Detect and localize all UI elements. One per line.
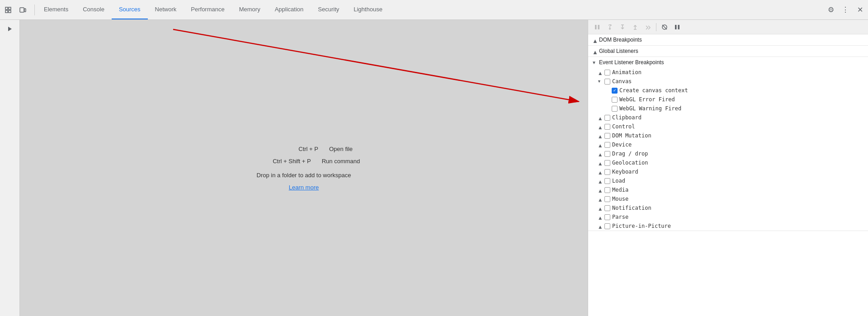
media-chevron: ▶ [598,187,602,193]
device-checkbox[interactable] [604,142,610,148]
settings-button[interactable]: ⚙ [825,4,837,16]
webgl-warning-item[interactable]: WebGL Warning Fired [588,104,868,113]
webgl-error-item[interactable]: WebGL Error Fired [588,95,868,104]
event-listener-breakpoints-header[interactable]: ▼ Event Listener Breakpoints [588,57,868,68]
toolbar-divider [656,23,656,31]
tab-elements[interactable]: Elements [37,0,75,19]
device-item[interactable]: ▶ Device [588,140,868,149]
notification-item[interactable]: ▶ Notification [588,203,868,212]
canvas-label: Canvas [612,78,632,85]
inspect-element-button[interactable] [2,4,14,16]
dom-mutation-item[interactable]: ▶ DOM Mutation [588,131,868,140]
deactivate-breakpoints-button[interactable] [659,22,670,33]
clipboard-checkbox[interactable] [604,115,610,121]
keyboard-label: Keyboard [612,169,638,175]
webgl-warning-checkbox[interactable] [612,106,618,112]
pause-on-exceptions-button[interactable] [672,22,683,33]
step-over-button[interactable] [604,22,615,33]
geolocation-item[interactable]: ▶ Geolocation [588,158,868,167]
dom-breakpoints-header[interactable]: ▶ DOM Breakpoints [588,34,868,45]
parse-item[interactable]: ▶ Parse [588,212,868,222]
svg-rect-19 [678,25,680,29]
webgl-error-checkbox[interactable] [612,97,618,103]
create-canvas-context-checkbox[interactable] [612,88,618,94]
device-label: Device [612,141,632,148]
load-chevron: ▶ [598,178,602,184]
svg-rect-0 [5,7,8,9]
media-item[interactable]: ▶ Media [588,185,868,194]
svg-rect-2 [5,10,8,13]
divider [34,5,35,15]
svg-rect-4 [20,8,24,12]
event-listener-chevron: ▼ [592,60,597,65]
global-listeners-header[interactable]: ▶ Global Listeners [588,46,868,57]
parse-checkbox[interactable] [604,214,610,220]
create-canvas-context-item[interactable]: Create canvas context [588,86,868,95]
media-checkbox[interactable] [604,187,610,193]
debugger-toolbar [588,20,868,34]
svg-line-8 [173,29,579,101]
pip-chevron: ▶ [598,223,602,229]
tab-sources[interactable]: Sources [112,0,148,19]
dom-mutation-chevron: ▶ [598,133,602,138]
geolocation-chevron: ▶ [598,160,602,165]
left-panel [0,20,20,316]
parse-chevron: ▶ [598,214,602,220]
shortcut-desc-2: Run command [322,158,360,165]
toggle-sidebar-button[interactable] [3,22,17,36]
event-listener-breakpoints-title: Event Listener Breakpoints [599,59,664,66]
drag-drop-item[interactable]: ▶ Drag / drop [588,149,868,158]
webgl-error-label: WebGL Error Fired [619,96,675,103]
keyboard-checkbox[interactable] [604,169,610,175]
control-label: Control [612,123,635,130]
notification-checkbox[interactable] [604,205,610,211]
canvas-checkbox[interactable] [604,79,610,85]
keyboard-item[interactable]: ▶ Keyboard [588,167,868,176]
tab-performance[interactable]: Performance [184,0,231,19]
control-item[interactable]: ▶ Control [588,122,868,131]
tab-lighthouse[interactable]: Lighthouse [346,0,390,19]
tab-security[interactable]: Security [311,0,346,19]
picture-in-picture-item[interactable]: ▶ Picture-in-Picture [588,222,868,231]
step-into-button[interactable] [617,22,628,33]
mouse-item[interactable]: ▶ Mouse [588,194,868,203]
right-panel-content: ▶ DOM Breakpoints ▶ Global Listeners ▼ E… [588,34,868,316]
step-button[interactable] [642,22,653,33]
clipboard-chevron: ▶ [598,115,602,120]
more-options-button[interactable]: ⋮ [839,4,852,16]
tab-console[interactable]: Console [75,0,112,19]
mouse-checkbox[interactable] [604,196,610,202]
svg-marker-6 [8,27,12,31]
global-listeners-chevron: ▶ [592,48,597,54]
load-item[interactable]: ▶ Load [588,176,868,185]
load-label: Load [612,178,625,184]
geolocation-checkbox[interactable] [604,160,610,166]
animation-item[interactable]: ▶ Animation [588,68,868,77]
pause-button[interactable] [592,22,603,33]
drag-drop-checkbox[interactable] [604,151,610,157]
step-out-button[interactable] [630,22,641,33]
close-devtools-button[interactable]: ✕ [854,4,866,16]
device-toolbar-button[interactable] [16,4,29,16]
load-checkbox[interactable] [604,178,610,184]
tab-application[interactable]: Application [268,0,311,19]
dom-mutation-checkbox[interactable] [604,133,610,139]
learn-more-link[interactable]: Learn more [289,184,319,191]
tab-network[interactable]: Network [148,0,184,19]
control-checkbox[interactable] [604,124,610,130]
canvas-item[interactable]: ▼ Canvas [588,77,868,86]
keyboard-chevron: ▶ [598,169,602,175]
pip-checkbox[interactable] [604,223,610,229]
main-tabs: Elements Console Sources Network Perform… [37,0,390,19]
event-listener-breakpoints-section: ▼ Event Listener Breakpoints ▶ Animation… [588,57,868,231]
svg-rect-18 [675,25,677,29]
tab-bar-right: ⚙ ⋮ ✕ [825,4,866,16]
right-panel: ▶ DOM Breakpoints ▶ Global Listeners ▼ E… [588,20,868,316]
clipboard-item[interactable]: ▶ Clipboard [588,113,868,122]
svg-rect-1 [9,7,11,9]
media-label: Media [612,187,628,193]
tab-memory[interactable]: Memory [232,0,268,19]
animation-checkbox[interactable] [604,70,610,75]
center-content: Ctrl + P Open file Ctrl + Shift + P Run … [248,146,360,191]
device-chevron: ▶ [598,142,602,147]
